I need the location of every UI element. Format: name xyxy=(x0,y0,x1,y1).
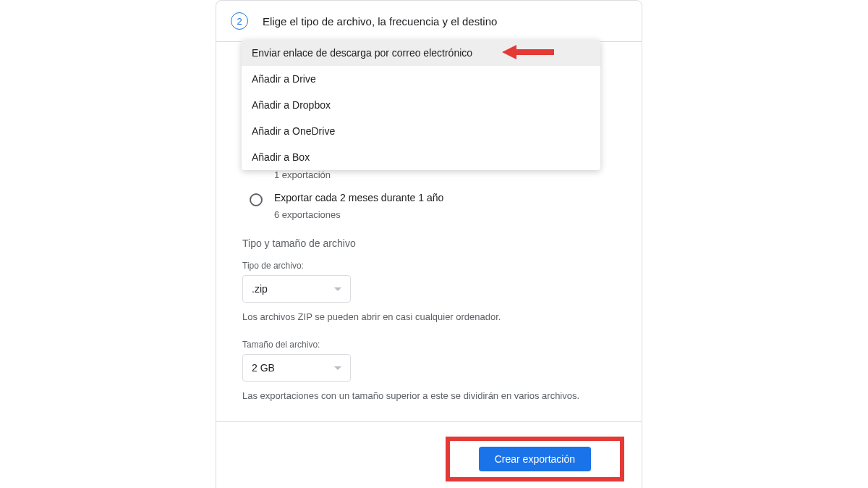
file-type-help: Los archivos ZIP se pueden abrir en casi… xyxy=(242,311,616,322)
file-size-value: 2 GB xyxy=(252,362,275,374)
card-footer: Crear exportación xyxy=(216,421,642,488)
file-type-value: .zip xyxy=(252,283,268,295)
dropdown-item-box[interactable]: Añadir a Box xyxy=(242,144,600,170)
arrow-annotation-icon xyxy=(502,45,554,62)
frequency-radio-group: 1 exportación Exportar cada 2 meses dura… xyxy=(242,169,616,220)
dropdown-item-onedrive[interactable]: Añadir a OneDrive xyxy=(242,118,600,144)
create-export-button[interactable]: Crear exportación xyxy=(479,447,591,471)
step-number-badge: 2 xyxy=(231,12,248,30)
dropdown-item-drive[interactable]: Añadir a Drive xyxy=(242,66,600,92)
option2-sublabel: 6 exportaciones xyxy=(274,209,443,220)
radio-icon xyxy=(250,193,263,206)
option2-label: Exportar cada 2 meses durante 1 año xyxy=(274,192,443,203)
chevron-down-icon xyxy=(334,366,341,370)
step-title: Elige el tipo de archivo, la frecuencia … xyxy=(263,15,497,28)
highlight-annotation: Crear exportación xyxy=(446,437,624,481)
dropdown-item-dropbox[interactable]: Añadir a Dropbox xyxy=(242,92,600,118)
radio-option-bimonthly[interactable]: Exportar cada 2 meses durante 1 año 6 ex… xyxy=(242,192,616,220)
export-settings-card: 2 Elige el tipo de archivo, la frecuenci… xyxy=(216,0,642,488)
svg-marker-1 xyxy=(502,45,516,59)
file-size-select[interactable]: 2 GB xyxy=(242,354,351,382)
file-section-title: Tipo y tamaño de archivo xyxy=(242,237,616,249)
file-type-label: Tipo de archivo: xyxy=(242,261,616,271)
file-size-help: Las exportaciones con un tamaño superior… xyxy=(242,390,616,401)
option1-sublabel: 1 exportación xyxy=(242,169,616,180)
step-header: 2 Elige el tipo de archivo, la frecuenci… xyxy=(216,1,642,42)
file-size-label: Tamaño del archivo: xyxy=(242,340,616,350)
file-type-select[interactable]: .zip xyxy=(242,275,351,303)
chevron-down-icon xyxy=(334,287,341,291)
